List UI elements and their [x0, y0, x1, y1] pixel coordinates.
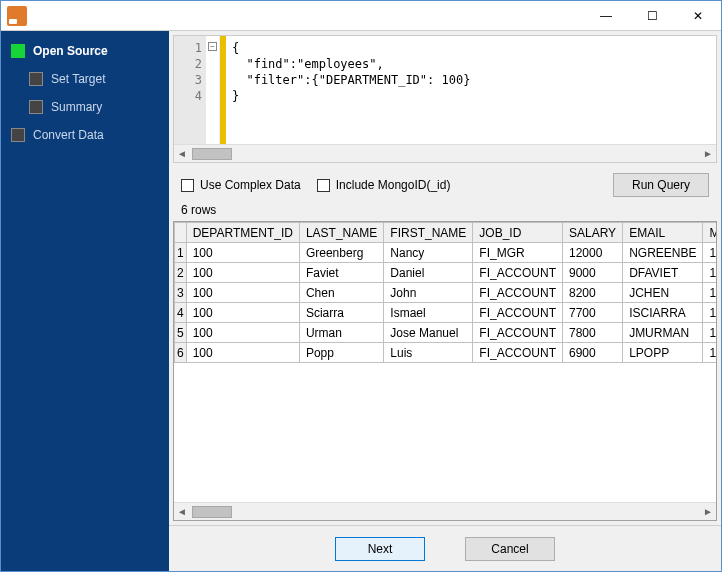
column-header[interactable]: M: [703, 223, 716, 243]
table-cell[interactable]: Luis: [384, 343, 473, 363]
checkbox-box: [317, 179, 330, 192]
column-header[interactable]: SALARY: [562, 223, 622, 243]
editor-gutter: 1234: [174, 36, 206, 144]
table-cell[interactable]: ISCIARRA: [623, 303, 703, 323]
table-cell[interactable]: DFAVIET: [623, 263, 703, 283]
editor-code[interactable]: { "find":"employees", "filter":{"DEPARTM…: [226, 36, 716, 144]
table-cell[interactable]: Sciarra: [299, 303, 383, 323]
table-cell[interactable]: 6900: [562, 343, 622, 363]
table-cell[interactable]: Daniel: [384, 263, 473, 283]
row-number: 4: [175, 303, 187, 323]
row-number: 2: [175, 263, 187, 283]
row-number: 1: [175, 243, 187, 263]
editor-hscrollbar[interactable]: ◄ ►: [174, 144, 716, 162]
table-cell[interactable]: FI_ACCOUNT: [473, 323, 563, 343]
scroll-right-icon[interactable]: ►: [700, 506, 716, 517]
step-label: Open Source: [33, 44, 108, 58]
table-cell[interactable]: 100: [186, 263, 299, 283]
scroll-thumb[interactable]: [192, 148, 232, 160]
table-row[interactable]: 1100GreenbergNancyFI_MGR12000NGREENBE1: [175, 243, 717, 263]
table-cell[interactable]: 1: [703, 323, 716, 343]
table-cell[interactable]: LPOPP: [623, 343, 703, 363]
step-status-box: [11, 128, 25, 142]
use-complex-data-checkbox[interactable]: Use Complex Data: [181, 178, 301, 192]
column-header[interactable]: JOB_ID: [473, 223, 563, 243]
minimize-button[interactable]: —: [583, 1, 629, 31]
row-header-corner: [175, 223, 187, 243]
results-table: DEPARTMENT_IDLAST_NAMEFIRST_NAMEJOB_IDSA…: [174, 222, 716, 363]
table-cell[interactable]: 7700: [562, 303, 622, 323]
cancel-button[interactable]: Cancel: [465, 537, 555, 561]
scroll-left-icon[interactable]: ◄: [174, 506, 190, 517]
scroll-thumb[interactable]: [192, 506, 232, 518]
step-status-box: [11, 44, 25, 58]
wizard-footer: Next Cancel: [169, 525, 721, 571]
run-query-button[interactable]: Run Query: [613, 173, 709, 197]
table-cell[interactable]: 1: [703, 343, 716, 363]
wizard-step-set-target[interactable]: Set Target: [1, 65, 169, 93]
table-cell[interactable]: 100: [186, 243, 299, 263]
table-cell[interactable]: Greenberg: [299, 243, 383, 263]
table-cell[interactable]: 100: [186, 303, 299, 323]
table-cell[interactable]: FI_ACCOUNT: [473, 303, 563, 323]
fold-icon[interactable]: −: [208, 42, 217, 51]
row-number: 5: [175, 323, 187, 343]
table-cell[interactable]: Faviet: [299, 263, 383, 283]
app-icon: [7, 6, 27, 26]
step-label: Convert Data: [33, 128, 104, 142]
results-grid: DEPARTMENT_IDLAST_NAMEFIRST_NAMEJOB_IDSA…: [173, 221, 717, 521]
checkbox-label: Use Complex Data: [200, 178, 301, 192]
table-cell[interactable]: 7800: [562, 323, 622, 343]
app-body: Open SourceSet TargetSummaryConvert Data…: [1, 31, 721, 571]
line-number: 1: [174, 40, 202, 56]
scroll-right-icon[interactable]: ►: [700, 148, 716, 159]
column-header[interactable]: DEPARTMENT_ID: [186, 223, 299, 243]
table-cell[interactable]: 100: [186, 343, 299, 363]
row-number: 3: [175, 283, 187, 303]
scroll-left-icon[interactable]: ◄: [174, 148, 190, 159]
table-cell[interactable]: JCHEN: [623, 283, 703, 303]
table-cell[interactable]: FI_ACCOUNT: [473, 283, 563, 303]
table-cell[interactable]: 1: [703, 303, 716, 323]
maximize-button[interactable]: ☐: [629, 1, 675, 31]
table-cell[interactable]: 100: [186, 283, 299, 303]
table-cell[interactable]: 9000: [562, 263, 622, 283]
table-cell[interactable]: Urman: [299, 323, 383, 343]
app-window: — ☐ ✕ Open SourceSet TargetSummaryConver…: [0, 0, 722, 572]
table-cell[interactable]: 1: [703, 283, 716, 303]
wizard-sidebar: Open SourceSet TargetSummaryConvert Data: [1, 31, 169, 571]
table-cell[interactable]: 1: [703, 243, 716, 263]
wizard-step-convert-data[interactable]: Convert Data: [1, 121, 169, 149]
table-row[interactable]: 6100PoppLuisFI_ACCOUNT6900LPOPP1: [175, 343, 717, 363]
table-cell[interactable]: NGREENBE: [623, 243, 703, 263]
table-cell[interactable]: FI_ACCOUNT: [473, 263, 563, 283]
table-cell[interactable]: John: [384, 283, 473, 303]
table-cell[interactable]: Chen: [299, 283, 383, 303]
row-count-label: 6 rows: [169, 201, 721, 221]
close-button[interactable]: ✕: [675, 1, 721, 31]
table-cell[interactable]: 100: [186, 323, 299, 343]
table-cell[interactable]: Popp: [299, 343, 383, 363]
wizard-step-open-source[interactable]: Open Source: [1, 37, 169, 65]
table-cell[interactable]: 12000: [562, 243, 622, 263]
table-cell[interactable]: Nancy: [384, 243, 473, 263]
table-cell[interactable]: JMURMAN: [623, 323, 703, 343]
next-button[interactable]: Next: [335, 537, 425, 561]
include-mongoid-checkbox[interactable]: Include MongoID(_id): [317, 178, 451, 192]
table-cell[interactable]: FI_ACCOUNT: [473, 343, 563, 363]
table-row[interactable]: 4100SciarraIsmaelFI_ACCOUNT7700ISCIARRA1: [175, 303, 717, 323]
table-cell[interactable]: Ismael: [384, 303, 473, 323]
table-cell[interactable]: 1: [703, 263, 716, 283]
table-row[interactable]: 5100UrmanJose ManuelFI_ACCOUNT7800JMURMA…: [175, 323, 717, 343]
step-label: Summary: [51, 100, 102, 114]
table-row[interactable]: 3100ChenJohnFI_ACCOUNT8200JCHEN1: [175, 283, 717, 303]
table-cell[interactable]: FI_MGR: [473, 243, 563, 263]
column-header[interactable]: LAST_NAME: [299, 223, 383, 243]
table-row[interactable]: 2100FavietDanielFI_ACCOUNT9000DFAVIET1: [175, 263, 717, 283]
grid-hscrollbar[interactable]: ◄ ►: [174, 502, 716, 520]
column-header[interactable]: FIRST_NAME: [384, 223, 473, 243]
table-cell[interactable]: Jose Manuel: [384, 323, 473, 343]
table-cell[interactable]: 8200: [562, 283, 622, 303]
wizard-step-summary[interactable]: Summary: [1, 93, 169, 121]
column-header[interactable]: EMAIL: [623, 223, 703, 243]
